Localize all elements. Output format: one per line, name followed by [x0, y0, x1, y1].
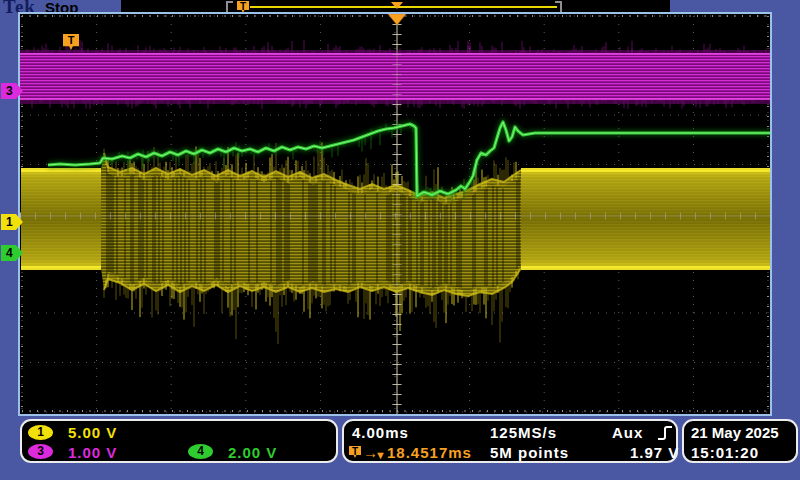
- rising-edge-icon: [657, 426, 673, 440]
- sample-rate: 125MS/s: [490, 425, 557, 441]
- time-label: 15:01:20: [691, 445, 759, 461]
- trigger-delay-marker-icon: ▼: [375, 447, 387, 463]
- date-label: 21 May 2025: [691, 425, 779, 441]
- channel4-scale: 2.00 V: [228, 445, 277, 461]
- channel-scales-readout[interactable]: 1 5.00 V 3 1.00 V 4 2.00 V: [20, 419, 338, 463]
- horizontal-trigger-readout[interactable]: 4.00ms 125MS/s Aux T → ▼ 18.4517ms 5M po…: [342, 419, 678, 463]
- horizontal-scale: 4.00ms: [352, 425, 409, 441]
- trigger-source: Aux: [612, 425, 643, 441]
- channel3-badge[interactable]: 3: [28, 444, 53, 459]
- record-length: 5M points: [490, 445, 569, 461]
- trigger-position-triangle-icon[interactable]: [388, 14, 406, 25]
- channel1-scale: 5.00 V: [68, 425, 117, 441]
- channel4-badge[interactable]: 4: [188, 444, 213, 459]
- datetime-readout: 21 May 2025 15:01:20: [682, 419, 798, 463]
- waveform-display-area: T: [18, 12, 772, 416]
- trigger-position-marker-icon[interactable]: [391, 2, 403, 9]
- trigger-level-value: 1.97 V: [630, 445, 679, 461]
- channel1-badge[interactable]: 1: [28, 425, 53, 440]
- trigger-delay-value: 18.4517ms: [387, 445, 472, 461]
- record-view-line: [250, 6, 557, 8]
- channel3-scale: 1.00 V: [68, 445, 117, 461]
- trigger-delay-badge-icon: T: [349, 446, 361, 458]
- waveform-canvas: [20, 14, 770, 414]
